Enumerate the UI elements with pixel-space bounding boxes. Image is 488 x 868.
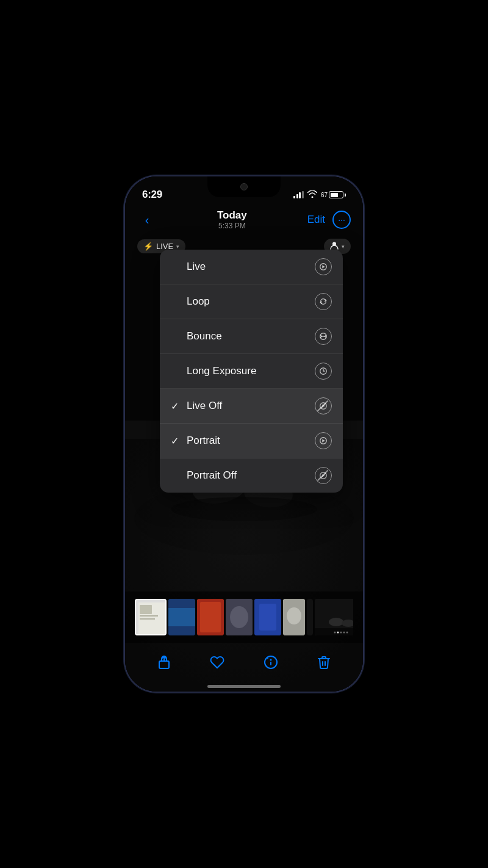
home-indicator — [207, 685, 281, 688]
back-button[interactable]: ‹ — [137, 213, 157, 227]
nav-actions: Edit ··· — [307, 211, 351, 229]
nav-title: Today — [217, 209, 247, 222]
portrait-label: Portrait — [187, 435, 220, 447]
film-thumb-5[interactable] — [254, 599, 281, 635]
svg-point-43 — [334, 632, 336, 634]
live-flash-icon: ⚡ — [143, 242, 153, 251]
loop-icon — [315, 293, 332, 310]
more-icon: ··· — [338, 215, 345, 225]
portrait-off-label: Portrait Off — [187, 469, 237, 482]
portrait-icon — [315, 432, 332, 449]
status-icons: 67 — [293, 190, 346, 199]
svg-point-22 — [320, 472, 327, 479]
battery-level: 67 — [321, 192, 328, 198]
live-off-label: Live Off — [187, 400, 222, 412]
trash-button[interactable] — [312, 650, 336, 675]
nav-center: Today 5:33 PM — [217, 209, 247, 230]
svg-rect-26 — [140, 605, 152, 614]
wifi-icon — [307, 190, 317, 199]
svg-line-20 — [321, 403, 326, 409]
long-exposure-label: Long Exposure — [187, 365, 256, 377]
film-gap — [307, 599, 313, 635]
svg-line-23 — [321, 473, 326, 479]
live-icon — [315, 258, 332, 275]
svg-point-40 — [329, 618, 343, 626]
svg-point-44 — [337, 632, 339, 634]
edit-button[interactable]: Edit — [307, 214, 325, 226]
svg-rect-48 — [159, 661, 169, 668]
menu-item-bounce[interactable]: ✓ Bounce — [160, 319, 343, 354]
person-chevron-icon: ▾ — [342, 244, 345, 250]
live-label: Live — [187, 261, 206, 273]
status-time: 6:29 — [142, 189, 162, 201]
film-thumb-current[interactable] — [315, 599, 353, 635]
heart-button[interactable] — [205, 650, 229, 675]
signal-icon — [293, 191, 304, 198]
svg-point-46 — [343, 632, 345, 634]
svg-point-34 — [230, 606, 248, 628]
long-exposure-icon — [315, 363, 332, 380]
svg-point-19 — [320, 403, 327, 410]
svg-point-47 — [346, 632, 348, 634]
svg-rect-28 — [140, 618, 155, 620]
menu-item-loop[interactable]: ✓ Loop — [160, 284, 343, 319]
svg-point-38 — [287, 607, 301, 624]
portrait-checkmark: ✓ — [171, 435, 181, 447]
svg-rect-30 — [168, 608, 195, 626]
menu-item-live[interactable]: ✓ Live — [160, 250, 343, 284]
film-thumb-3[interactable] — [197, 599, 224, 635]
nav-subtitle: 5:33 PM — [217, 222, 247, 230]
bottom-toolbar — [125, 645, 363, 679]
loop-label: Loop — [187, 295, 210, 308]
info-button[interactable] — [259, 650, 283, 675]
live-off-checkmark: ✓ — [171, 400, 181, 412]
battery-icon: 67 — [321, 191, 346, 198]
svg-rect-32 — [200, 602, 221, 632]
film-thumb-2[interactable] — [168, 599, 195, 635]
share-button[interactable] — [152, 650, 176, 675]
more-button[interactable]: ··· — [332, 211, 351, 229]
notch — [207, 176, 281, 197]
portrait-off-icon — [315, 467, 332, 484]
svg-point-45 — [340, 632, 342, 634]
menu-item-portrait[interactable]: ✓ Portrait — [160, 424, 343, 458]
film-thumb-6[interactable] — [283, 599, 305, 635]
live-chevron-icon: ▾ — [176, 244, 179, 250]
bounce-icon — [315, 328, 332, 345]
menu-item-portrait-off[interactable]: ✓ Portrait Off — [160, 458, 343, 493]
film-thumb-1[interactable] — [135, 599, 167, 635]
svg-rect-27 — [140, 615, 158, 617]
nav-bar: ‹ Today 5:33 PM Edit ··· — [125, 207, 363, 235]
menu-item-live-off[interactable]: ✓ Live Off — [160, 389, 343, 424]
live-off-icon — [315, 397, 332, 414]
status-bar: 6:29 67 — [125, 176, 363, 207]
bounce-label: Bounce — [187, 330, 222, 342]
dropdown-menu: ✓ Live ✓ Loop — [160, 250, 343, 493]
film-thumb-4[interactable] — [226, 599, 253, 635]
film-strip — [135, 596, 353, 638]
film-strip-container — [125, 591, 363, 643]
notch-camera — [240, 183, 248, 190]
svg-rect-36 — [259, 604, 276, 631]
menu-item-long-exposure[interactable]: ✓ Long Exposure — [160, 354, 343, 389]
